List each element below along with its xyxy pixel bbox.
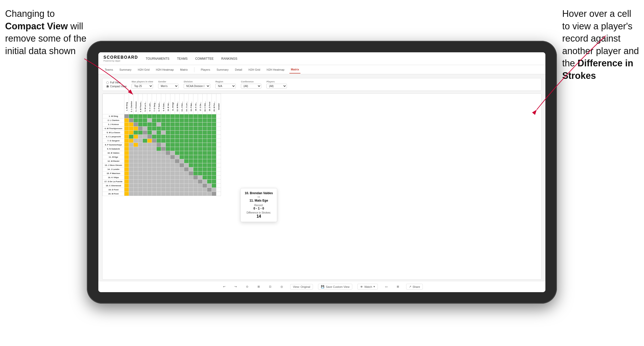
cell-9-5[interactable] — [147, 151, 152, 155]
cell-4-0[interactable] — [124, 131, 129, 135]
cell-18-3[interactable] — [138, 188, 143, 192]
cell-10-14[interactable] — [189, 155, 193, 159]
cell-12-10[interactable] — [170, 163, 175, 167]
cell-3-13[interactable] — [184, 127, 189, 131]
cell-6-7[interactable] — [157, 139, 161, 143]
cell-11-18[interactable] — [207, 159, 212, 163]
cell-14-11[interactable] — [175, 171, 180, 176]
cell-10-13[interactable] — [184, 155, 189, 159]
cell-9-12[interactable] — [180, 151, 184, 155]
cell-9-18[interactable] — [207, 151, 212, 155]
cell-2-5[interactable] — [147, 122, 152, 127]
cell-12-12[interactable] — [180, 163, 184, 167]
cell-17-11[interactable] — [175, 184, 180, 188]
tab-h2h-heatmap2[interactable]: H2H Heatmap — [265, 66, 286, 73]
cell-11-9[interactable] — [166, 159, 170, 163]
cell-0-18[interactable] — [207, 114, 212, 118]
cell-0-7[interactable] — [157, 114, 161, 118]
cell-13-7[interactable] — [157, 167, 161, 171]
full-view-radio[interactable]: Full View — [106, 81, 126, 84]
cell-8-13[interactable] — [184, 147, 189, 151]
cell-2-3[interactable] — [138, 122, 143, 127]
cell-0-17[interactable] — [203, 114, 207, 118]
cell-6-18[interactable] — [207, 139, 212, 143]
cell-16-4[interactable] — [143, 180, 147, 184]
cell-19-4[interactable] — [143, 192, 147, 196]
cell-7-0[interactable] — [124, 143, 129, 147]
cell-11-0[interactable] — [124, 159, 129, 163]
cell-19-15[interactable] — [193, 192, 198, 196]
cell-13-1[interactable] — [129, 167, 134, 171]
cell-2-13[interactable] — [184, 122, 189, 127]
cell-4-11[interactable] — [175, 131, 180, 135]
cell-3-1[interactable] — [129, 127, 134, 131]
cell-18-10[interactable] — [170, 188, 175, 192]
cell-7-12[interactable] — [180, 143, 184, 147]
cell-8-1[interactable] — [129, 147, 134, 151]
cell-1-2[interactable] — [134, 118, 138, 122]
cell-17-19[interactable] — [212, 184, 216, 188]
cell-11-12[interactable] — [180, 159, 184, 163]
cell-18-19[interactable] — [212, 188, 216, 192]
cell-4-15[interactable] — [193, 131, 198, 135]
cell-14-12[interactable] — [180, 171, 184, 176]
cell-1-8[interactable] — [161, 118, 166, 122]
cell-17-0[interactable] — [124, 184, 129, 188]
tab-h2h-heatmap[interactable]: H2H Heatmap — [155, 66, 175, 73]
cell-0-10[interactable] — [170, 114, 175, 118]
cell-0-13[interactable] — [184, 114, 189, 118]
cell-7-6[interactable] — [152, 143, 157, 147]
cell-7-14[interactable] — [189, 143, 193, 147]
cell-1-13[interactable] — [184, 118, 189, 122]
cell-4-4[interactable] — [143, 131, 147, 135]
cell-9-11[interactable] — [175, 151, 180, 155]
cell-19-6[interactable] — [152, 192, 157, 196]
nav-tournaments[interactable]: TOURNAMENTS — [146, 56, 169, 62]
cell-4-2[interactable] — [134, 131, 138, 135]
cell-5-5[interactable] — [147, 135, 152, 139]
cell-17-17[interactable] — [203, 184, 207, 188]
compact-view-radio[interactable]: Compact View — [106, 85, 126, 88]
cell-10-9[interactable] — [166, 155, 170, 159]
cell-10-18[interactable] — [207, 155, 212, 159]
cell-12-18[interactable] — [207, 163, 212, 167]
nav-teams[interactable]: TEAMS — [177, 56, 188, 62]
view-original-button[interactable]: View: Original — [290, 284, 313, 290]
cell-12-4[interactable] — [143, 163, 147, 167]
cell-9-16[interactable] — [198, 151, 203, 155]
cell-3-7[interactable] — [157, 127, 161, 131]
cell-2-19[interactable] — [212, 122, 216, 127]
cell-8-0[interactable] — [124, 147, 129, 151]
cell-19-11[interactable] — [175, 192, 180, 196]
cell-10-6[interactable] — [152, 155, 157, 159]
cell-11-7[interactable] — [157, 159, 161, 163]
cell-15-3[interactable] — [138, 176, 143, 180]
cell-0-1[interactable] — [129, 114, 134, 118]
cell-11-6[interactable] — [152, 159, 157, 163]
cell-1-16[interactable] — [198, 118, 203, 122]
cell-11-20[interactable] — [216, 159, 221, 163]
cell-14-18[interactable] — [207, 171, 212, 176]
cell-16-17[interactable] — [203, 180, 207, 184]
cell-11-10[interactable] — [170, 159, 175, 163]
cell-2-0[interactable] — [124, 122, 129, 127]
cell-18-16[interactable] — [198, 188, 203, 192]
cell-8-6[interactable] — [152, 147, 157, 151]
cell-0-3[interactable] — [138, 114, 143, 118]
cell-17-10[interactable] — [170, 184, 175, 188]
cell-8-3[interactable] — [138, 147, 143, 151]
cell-3-17[interactable] — [203, 127, 207, 131]
cell-0-5[interactable] — [147, 114, 152, 118]
cell-4-6[interactable] — [152, 131, 157, 135]
cell-3-16[interactable] — [198, 127, 203, 131]
cell-13-3[interactable] — [138, 167, 143, 171]
cell-6-9[interactable] — [166, 139, 170, 143]
cell-4-12[interactable] — [180, 131, 184, 135]
cell-8-7[interactable] — [157, 147, 161, 151]
cell-19-12[interactable] — [180, 192, 184, 196]
cell-12-0[interactable] — [124, 163, 129, 167]
cell-15-11[interactable] — [175, 176, 180, 180]
cell-19-3[interactable] — [138, 192, 143, 196]
cell-17-1[interactable] — [129, 184, 134, 188]
cell-2-16[interactable] — [198, 122, 203, 127]
